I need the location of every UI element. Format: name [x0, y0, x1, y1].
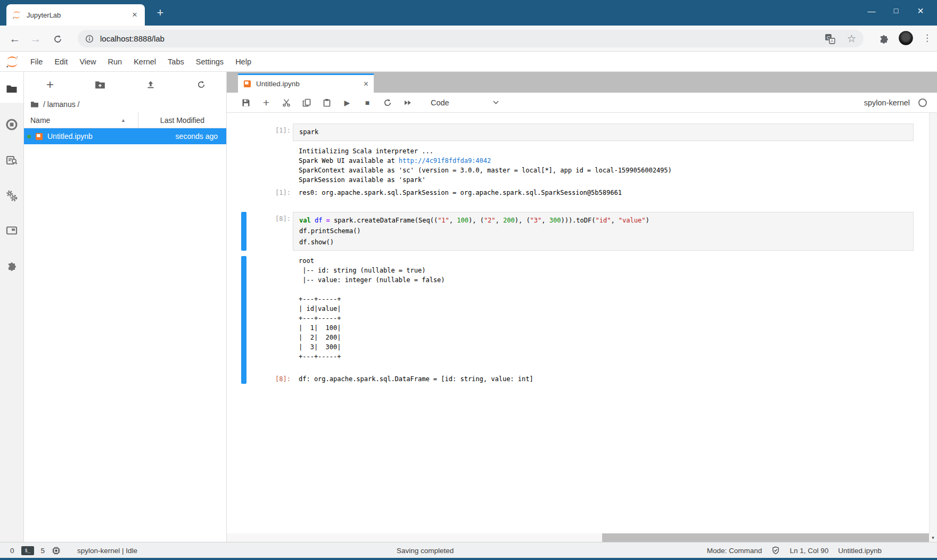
terminal-icon[interactable]: $_ — [21, 546, 34, 555]
browser-tab[interactable]: JupyterLab × — [6, 4, 145, 26]
cut-cells-button[interactable] — [276, 95, 297, 111]
kernel-chip-icon[interactable] — [52, 546, 61, 555]
file-browser-panel: + — [24, 72, 226, 542]
input-prompt: [1]: — [246, 123, 291, 141]
jupyter-favicon-icon — [12, 10, 21, 20]
kernel-name[interactable]: spylon-kernel — [864, 98, 910, 107]
output-collapser[interactable] — [241, 256, 246, 384]
breadcrumb-path: / lamanus / — [43, 100, 79, 109]
cursor-position[interactable]: Ln 1, Col 90 — [790, 547, 828, 555]
reload-button[interactable] — [50, 31, 65, 47]
status-right: Mode: Command Ln 1, Col 90 Untitled.ipyn… — [707, 542, 882, 558]
cell-outputs: Intitializing Scala interpreter ...Spark… — [246, 146, 930, 197]
minimize-button[interactable]: — — [859, 0, 884, 21]
insert-cell-button[interactable]: + — [256, 95, 276, 111]
forward-button: → — [28, 31, 44, 47]
trust-shield-icon[interactable] — [771, 546, 780, 555]
extensions-puzzle-icon[interactable] — [878, 33, 889, 44]
menu-file[interactable]: File — [24, 52, 48, 72]
output-prompt: [1]: — [246, 188, 291, 197]
upload-button[interactable] — [143, 77, 159, 92]
extension-manager-puzzle-icon[interactable] — [5, 259, 18, 272]
output-text: root |-- id: string (nullable = true) |-… — [293, 256, 914, 371]
window-bottom-edge — [0, 558, 937, 560]
translate-icon[interactable]: G A — [825, 34, 835, 44]
cell-output-row: root |-- id: string (nullable = true) |-… — [227, 256, 930, 384]
menu-edit[interactable]: Edit — [48, 52, 73, 72]
notebook-tab-close-icon[interactable]: × — [364, 79, 368, 89]
restart-run-all-button[interactable] — [398, 95, 418, 111]
copy-cells-button[interactable] — [297, 95, 317, 111]
input-prompt: [8]: — [246, 212, 291, 251]
back-button[interactable]: ← — [7, 31, 23, 47]
new-launcher-button[interactable]: + — [42, 77, 58, 92]
output-result: [8]:df: org.apache.spark.sql.DataFrame =… — [246, 374, 930, 384]
horizontal-scrollbar[interactable] — [227, 533, 930, 542]
menu-help[interactable]: Help — [229, 52, 257, 72]
home-folder-icon[interactable] — [30, 100, 39, 109]
terminals-count[interactable]: 0 — [10, 547, 14, 555]
cell-type-dropdown[interactable]: Code — [431, 98, 499, 107]
maximize-button[interactable]: □ — [884, 0, 908, 21]
status-filename: Untitled.ipynb — [838, 547, 882, 555]
kernel-status-text[interactable]: spylon-kernel | Idle — [77, 547, 137, 555]
breadcrumb[interactable]: / lamanus / — [24, 96, 226, 112]
scroll-down-button[interactable]: ▼ — [929, 533, 937, 542]
interrupt-kernel-button[interactable]: ■ — [357, 95, 377, 111]
menu-kernel[interactable]: Kernel — [128, 52, 162, 72]
horizontal-scrollbar-thumb[interactable] — [227, 533, 602, 542]
svg-text:A: A — [831, 38, 834, 44]
address-bar[interactable]: localhost:8888/lab G A ☆ — [78, 30, 864, 47]
output-collapser[interactable] — [241, 146, 246, 197]
cell-input-row: [1]:spark — [227, 123, 930, 141]
jupyter-logo-icon — [4, 54, 20, 69]
code-input[interactable]: spark — [293, 123, 914, 141]
input-collapser[interactable] — [241, 123, 246, 141]
running-sessions-icon[interactable] — [5, 118, 18, 131]
paste-icon — [323, 98, 331, 107]
menu-run[interactable]: Run — [102, 52, 128, 72]
notebook-tab[interactable]: Untitled.ipynb × — [238, 73, 374, 93]
browser-tab-title: JupyterLab — [27, 11, 130, 19]
menu-settings[interactable]: Settings — [190, 52, 229, 72]
running-kernel-dot — [27, 135, 31, 138]
page-info-icon[interactable] — [85, 35, 94, 43]
input-collapser[interactable] — [241, 212, 246, 251]
reload-icon — [53, 35, 62, 44]
save-button[interactable] — [236, 95, 256, 111]
notebook-tab-icon — [243, 80, 251, 88]
property-inspector-gears-icon[interactable] — [5, 190, 18, 202]
restart-kernel-button[interactable] — [377, 95, 398, 111]
close-window-button[interactable]: × — [908, 0, 933, 21]
browser-menu-dots-icon[interactable]: ⋮ — [923, 32, 932, 44]
code-input-text: spark — [293, 124, 913, 141]
vertical-scrollbar[interactable] — [929, 113, 937, 533]
profile-avatar[interactable] — [899, 31, 913, 45]
refresh-button[interactable] — [193, 77, 209, 92]
kernel-zone: spylon-kernel — [864, 98, 937, 107]
kernels-count[interactable]: 5 — [41, 547, 45, 555]
menu-view[interactable]: View — [73, 52, 102, 72]
restart-icon — [383, 98, 392, 107]
paste-cells-button[interactable] — [317, 95, 337, 111]
new-folder-button[interactable] — [92, 77, 108, 92]
menu-tabs[interactable]: Tabs — [162, 52, 190, 72]
bookmark-star-icon[interactable]: ☆ — [847, 32, 856, 45]
fast-forward-icon — [404, 98, 412, 107]
url-text[interactable]: localhost:8888/lab — [100, 34, 825, 43]
command-inspector-icon[interactable] — [5, 154, 18, 167]
code-input[interactable]: val df = spark.createDataFrame(Seq(("1",… — [293, 212, 914, 251]
cell-outputs: root |-- id: string (nullable = true) |-… — [246, 256, 930, 384]
kernel-status-idle-icon[interactable] — [918, 98, 927, 107]
file-browser-folder-icon[interactable] — [5, 83, 18, 95]
new-tab-button[interactable]: + — [153, 5, 168, 20]
column-header-last-modified[interactable]: Last Modified — [138, 116, 226, 125]
upload-icon — [146, 80, 155, 89]
browser-tab-close-icon[interactable]: × — [130, 10, 139, 20]
open-tabs-icon[interactable] — [5, 224, 18, 237]
column-header-name[interactable]: Name ▲ — [24, 112, 138, 128]
run-cell-button[interactable]: ▶ — [337, 95, 357, 111]
file-row-selected[interactable]: Untitled.ipynb seconds ago — [24, 128, 226, 144]
notebook-mode[interactable]: Mode: Command — [707, 547, 762, 555]
cell-type-value: Code — [431, 98, 449, 107]
